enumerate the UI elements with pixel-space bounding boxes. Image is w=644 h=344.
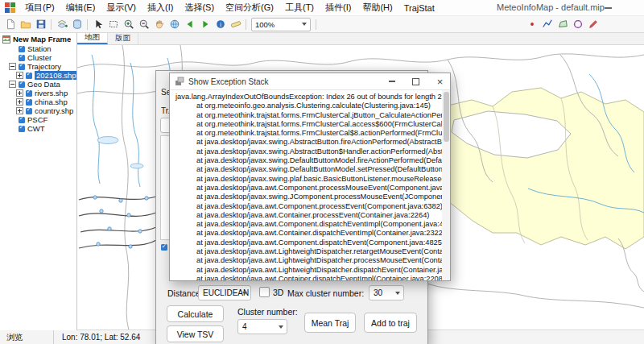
dialog-minimize-button[interactable] bbox=[382, 73, 402, 89]
stack-trace-line: at java.desktop/java.awt.LightweightDisp… bbox=[175, 256, 440, 265]
window-title: MeteoInfoMap - default.mip bbox=[497, 2, 605, 12]
chevron-down-icon bbox=[279, 325, 283, 329]
chevron-down-icon bbox=[395, 292, 400, 295]
database-icon bbox=[72, 19, 83, 30]
zoom-level-value: 100% bbox=[255, 20, 275, 29]
identify-button[interactable]: i bbox=[213, 18, 228, 31]
layer-checkbox[interactable] bbox=[26, 108, 32, 114]
stack-trace-line: at java.desktop/java.awt.LightweightDisp… bbox=[175, 247, 440, 256]
add-layer-button[interactable] bbox=[54, 18, 69, 31]
trajectory-point-markers bbox=[93, 196, 148, 248]
stack-trace-line: java.lang.ArrayIndexOutOfBoundsException… bbox=[175, 93, 440, 102]
legend-item-trajectory[interactable]: Trajectory bbox=[0, 62, 76, 71]
hand-icon bbox=[154, 19, 165, 30]
select-by-rectangle-button[interactable] bbox=[105, 18, 121, 31]
add-to-traj-button[interactable]: Add to traj bbox=[364, 313, 417, 333]
dialog-title-bar[interactable]: Show Exception Stack × bbox=[170, 73, 450, 90]
zoom-level-combobox[interactable]: 100% bbox=[251, 18, 311, 31]
max-cluster-combobox[interactable]: 30 bbox=[369, 285, 404, 300]
legend-item-pscf[interactable]: PSCF bbox=[0, 115, 76, 124]
new-document-icon bbox=[5, 19, 16, 30]
new-project-button[interactable] bbox=[2, 18, 18, 31]
draw-point-button[interactable] bbox=[524, 18, 539, 31]
expand-toggle-icon[interactable] bbox=[16, 107, 23, 114]
legend-item-country-shp[interactable]: country.shp bbox=[0, 106, 76, 115]
clipped-checkbox[interactable] bbox=[161, 244, 167, 251]
dialog-close-button[interactable]: × bbox=[430, 73, 450, 89]
menu-plugins[interactable]: 插件(I) bbox=[320, 0, 357, 15]
draw-polygon-button[interactable] bbox=[555, 18, 570, 31]
stack-trace-area[interactable]: java.lang.ArrayIndexOutOfBoundsException… bbox=[170, 90, 450, 280]
pan-button[interactable] bbox=[151, 18, 167, 31]
draw-circle-button[interactable] bbox=[570, 18, 585, 31]
zoom-previous-button[interactable] bbox=[182, 18, 197, 31]
measure-button[interactable] bbox=[228, 18, 243, 31]
expand-toggle-icon[interactable] bbox=[16, 89, 23, 97]
legend-item-china-shp[interactable]: china.shp bbox=[0, 97, 76, 106]
layer-checkbox[interactable] bbox=[19, 81, 25, 88]
stack-trace-line: at java.desktop/javax.swing.DefaultButto… bbox=[175, 156, 440, 165]
zoom-next-button[interactable] bbox=[197, 18, 213, 31]
mean-traj-button[interactable]: Mean Traj bbox=[304, 313, 356, 333]
collapse-toggle-icon[interactable] bbox=[9, 81, 16, 88]
legend-item-cluster[interactable]: Cluster bbox=[0, 53, 76, 62]
expand-toggle-icon[interactable] bbox=[16, 72, 23, 79]
calculate-button[interactable]: Calculate bbox=[167, 305, 224, 322]
stack-trace-line: at java.desktop/java.awt.Container.dispa… bbox=[175, 229, 440, 238]
app-logo-icon bbox=[5, 2, 15, 13]
menu-trajstat[interactable]: TrajStat bbox=[398, 2, 440, 15]
legend-root-map-frame[interactable]: New Map Frame bbox=[0, 34, 76, 44]
menu-spatial-analysis[interactable]: 空间分析(G) bbox=[220, 0, 279, 15]
legend-item-cwt[interactable]: CWT bbox=[0, 124, 76, 133]
expand-toggle-icon[interactable] bbox=[16, 98, 23, 106]
threed-label: 3D bbox=[273, 288, 283, 297]
tab-layout[interactable]: 版面 bbox=[108, 32, 138, 44]
layer-checkbox[interactable] bbox=[26, 99, 32, 106]
tab-map[interactable]: 地图 bbox=[77, 32, 108, 44]
scrollbar-thumb[interactable] bbox=[444, 92, 449, 142]
draw-polyline-button[interactable] bbox=[539, 18, 555, 31]
stack-trace-line: at org.meteothink.trajstat.forms.FrmClus… bbox=[175, 111, 440, 120]
exception-icon bbox=[175, 77, 184, 86]
window-minimize-button[interactable] bbox=[605, 7, 612, 9]
zoom-in-button[interactable] bbox=[121, 18, 136, 31]
threed-checkbox[interactable]: 3D bbox=[259, 287, 283, 297]
layer-checkbox[interactable] bbox=[26, 90, 32, 97]
vertical-scrollbar[interactable] bbox=[442, 90, 450, 280]
full-extent-button[interactable] bbox=[167, 18, 182, 31]
menu-view[interactable]: 显示(V) bbox=[101, 0, 142, 15]
view-tsv-button[interactable]: View TSV bbox=[167, 325, 224, 342]
layer-checkbox[interactable] bbox=[19, 55, 25, 61]
layer-checkbox[interactable] bbox=[19, 46, 25, 52]
open-file-button[interactable] bbox=[18, 18, 33, 31]
edit-pen-button[interactable] bbox=[585, 18, 601, 31]
select-button[interactable] bbox=[90, 18, 105, 31]
stack-trace-line: at org.meteothink.trajstat.forms.FrmClus… bbox=[175, 129, 440, 138]
legend-item-rivers-shp[interactable]: rivers.shp bbox=[0, 89, 76, 97]
legend-item-202108-shp[interactable]: 202108.shp bbox=[0, 71, 76, 80]
legend-item-geo-data[interactable]: Geo Data bbox=[0, 80, 76, 89]
dialog-title: Show Exception Stack bbox=[188, 77, 378, 86]
add-data-button[interactable] bbox=[69, 18, 85, 31]
menu-insert[interactable]: 插入(I) bbox=[142, 0, 179, 15]
polygon-icon bbox=[557, 19, 568, 30]
collapse-toggle-icon[interactable] bbox=[9, 63, 16, 70]
cluster-number-combobox[interactable]: 4 bbox=[237, 319, 287, 334]
layer-checkbox[interactable] bbox=[19, 64, 25, 70]
legend-item-station[interactable]: Station bbox=[0, 44, 76, 53]
layer-label: china.shp bbox=[35, 97, 68, 106]
layer-checkbox[interactable] bbox=[19, 117, 25, 123]
menu-edit[interactable]: 编辑(E) bbox=[60, 0, 101, 15]
menu-tools[interactable]: 工具(T) bbox=[279, 0, 320, 15]
menu-selection[interactable]: 选择(S) bbox=[179, 0, 220, 15]
distance-combobox[interactable]: EUCLIDEAN bbox=[198, 285, 251, 300]
menu-project[interactable]: 项目(P) bbox=[19, 0, 60, 15]
toolbar-separator bbox=[51, 19, 52, 30]
zoom-out-button[interactable] bbox=[136, 18, 151, 31]
layer-checkbox[interactable] bbox=[19, 126, 25, 132]
layer-checkbox[interactable] bbox=[26, 73, 32, 79]
save-button[interactable] bbox=[33, 18, 48, 31]
dialog-maximize-button[interactable] bbox=[406, 73, 426, 89]
menu-help[interactable]: 帮助(H) bbox=[357, 0, 398, 15]
save-icon bbox=[35, 19, 47, 30]
